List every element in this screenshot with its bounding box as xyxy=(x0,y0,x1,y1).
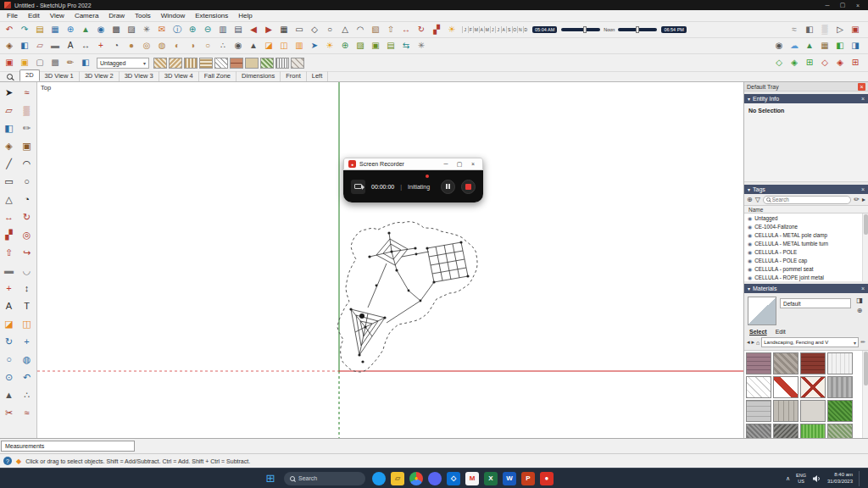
box-tool-button[interactable]: ▧ xyxy=(368,23,383,37)
shadow-time-slider[interactable] xyxy=(618,28,657,31)
material-category-dropdown[interactable]: Landscaping, Fencing and V ▾ xyxy=(761,337,859,347)
offset-tool-button[interactable]: ◎ xyxy=(18,226,36,244)
tape-measure-button[interactable]: ▬ xyxy=(47,39,63,53)
styles-button[interactable]: ◧ xyxy=(802,23,817,37)
3d-text-tool-button[interactable]: T xyxy=(18,297,36,315)
group-tool-button[interactable]: ▣ xyxy=(18,137,36,155)
outer-shell-button[interactable]: ○ xyxy=(200,39,215,53)
mail-icon[interactable]: M xyxy=(465,472,479,485)
protractor-tool-button[interactable]: ◡ xyxy=(18,262,36,280)
swatch-mixed-ground[interactable] xyxy=(827,424,853,438)
model-canvas[interactable]: Top xyxy=(37,82,743,438)
tag-row[interactable]: ◉ CELLULA - POLE xyxy=(744,247,868,256)
materials-scrollbar[interactable] xyxy=(862,351,868,438)
bucket-button[interactable]: ◧ xyxy=(78,56,93,70)
rotated-rectangle-tool-button[interactable]: ◇ xyxy=(307,23,322,37)
push-pull-tool-button[interactable]: ⇧ xyxy=(0,244,18,262)
copy-button[interactable]: ▥ xyxy=(215,23,231,37)
view-tab[interactable]: 2D xyxy=(19,69,40,81)
component-tool-button[interactable]: ◈ xyxy=(0,137,18,155)
taskbar-search[interactable]: Search xyxy=(284,472,365,485)
contour-button[interactable]: ≈ xyxy=(18,404,36,422)
tray-close-button[interactable]: × xyxy=(858,83,865,91)
create-material-icon[interactable]: ⊕ xyxy=(857,307,863,314)
swatch-pavers[interactable] xyxy=(773,400,798,422)
recorder-title-bar[interactable]: ● Screen Recorder ─ ▢ × xyxy=(343,158,483,170)
geolocation-icon[interactable]: ◆ xyxy=(16,458,21,465)
follow-me-tool-button[interactable]: ↪ xyxy=(18,244,36,262)
look-around-button[interactable]: ◉ xyxy=(231,39,246,53)
texture-a-button[interactable]: ▩ xyxy=(108,23,124,37)
arc-tool-button[interactable]: ◠ xyxy=(18,155,36,173)
tag-row[interactable]: ◉ CE-1004-Fallzone xyxy=(744,222,868,230)
save-button[interactable]: ▦ xyxy=(47,23,63,37)
pause-button[interactable] xyxy=(441,180,455,194)
section-plane-button[interactable]: ◪ xyxy=(0,315,18,333)
open-button[interactable]: ▤ xyxy=(32,23,47,37)
tags-scrollbar[interactable] xyxy=(862,214,868,281)
swatch-gravel-dark[interactable] xyxy=(773,424,798,438)
swatch-dark-red-brick[interactable] xyxy=(800,352,826,374)
view-tab[interactable]: Fall Zone xyxy=(199,71,236,81)
text-tool-button[interactable]: A xyxy=(63,39,78,53)
materials-header[interactable]: ▾ Materials × xyxy=(744,284,868,293)
menu-item[interactable]: View xyxy=(45,12,70,19)
zoom-extents-button[interactable]: ⊙ xyxy=(0,369,18,386)
view-tab[interactable]: 3D View 3 xyxy=(120,71,159,81)
paint-bucket-button[interactable]: ◧ xyxy=(17,39,32,53)
fallzone-solid-green-button[interactable]: ◈ xyxy=(787,56,802,70)
entity-info-header[interactable]: ▾ Entity Info × xyxy=(744,94,868,103)
store-icon[interactable]: ◇ xyxy=(447,472,460,485)
swatch-red-diamond[interactable] xyxy=(773,376,798,398)
texture-b-button[interactable]: ▨ xyxy=(124,23,139,37)
blue-material-button[interactable]: ◨ xyxy=(848,39,863,53)
undo-button[interactable]: ↶ xyxy=(2,23,17,37)
tag-row[interactable]: ◉ CELLULA - ROPE joint metal xyxy=(744,273,868,281)
dimension-tool-button[interactable]: ↔ xyxy=(78,39,93,53)
tags-scrollbar-thumb[interactable] xyxy=(864,214,868,235)
sandbox-drape-button[interactable]: ▤ xyxy=(383,39,398,53)
hatch-brick[interactable] xyxy=(230,58,243,69)
file-explorer-icon[interactable]: ▱ xyxy=(391,472,404,485)
swatch-light-concrete[interactable] xyxy=(800,400,826,422)
print-button[interactable]: ▦ xyxy=(276,23,292,37)
fallzone-area-red-button[interactable]: ◇ xyxy=(817,56,832,70)
back-button[interactable]: ◀ xyxy=(246,23,261,37)
hatch-cross[interactable] xyxy=(214,58,228,69)
menu-item[interactable]: Extensions xyxy=(190,12,233,19)
view-tab[interactable]: 3D View 2 xyxy=(80,71,120,81)
visibility-eye-icon[interactable]: ◉ xyxy=(748,258,752,263)
orbit-tool-button[interactable]: ↻ xyxy=(0,333,18,351)
line-tool-button[interactable]: ╱ xyxy=(0,155,18,173)
stipple-tool-button[interactable]: ▒ xyxy=(18,102,36,119)
home-icon[interactable]: ⌂ xyxy=(756,340,760,346)
chevron-down-icon[interactable]: ▾ xyxy=(748,286,750,291)
swatch-diamond-lattice[interactable] xyxy=(746,376,771,398)
menu-item[interactable]: Help xyxy=(233,12,257,19)
terrain-button[interactable]: ▲ xyxy=(78,23,93,37)
tape-measure-tool-button[interactable]: ▬ xyxy=(0,262,18,280)
fallzone-area-green-button[interactable]: ◇ xyxy=(771,56,787,70)
zoom-window-button[interactable]: ◍ xyxy=(18,351,36,369)
tag-row[interactable]: ◉ CELLULA - pommel seat xyxy=(744,264,868,273)
visibility-eye-icon[interactable]: ◉ xyxy=(748,241,752,247)
circle-tool-button[interactable]: ○ xyxy=(322,23,337,37)
close-button[interactable]: × xyxy=(852,3,864,8)
arc-tool-button[interactable]: ◠ xyxy=(353,23,368,37)
walk-tool-button[interactable]: ∴ xyxy=(18,386,36,404)
swatch-gravel-gray[interactable] xyxy=(746,424,771,438)
position-camera-button[interactable]: ▲ xyxy=(0,386,18,404)
swatch-bright-grass[interactable] xyxy=(800,424,826,438)
sample-paint-icon[interactable]: ✏ xyxy=(860,339,865,346)
section-display-button[interactable]: ▥ xyxy=(292,39,307,53)
hatch-diagonal-2[interactable] xyxy=(169,58,182,69)
solid-union-button[interactable]: ● xyxy=(124,39,139,53)
view-tab[interactable]: Dimensions xyxy=(236,71,281,81)
previous-view-button[interactable]: ↶ xyxy=(18,369,36,386)
eraser-tool-button[interactable]: ▱ xyxy=(0,102,18,119)
recorder-maximize-button[interactable]: ▢ xyxy=(454,161,465,168)
tags-name-column-header[interactable]: Name xyxy=(744,205,868,214)
language-indicator[interactable]: ENG US xyxy=(796,473,806,484)
add-tag-icon[interactable]: ⊕ xyxy=(747,196,753,203)
green-material-button[interactable]: ◧ xyxy=(832,39,848,53)
